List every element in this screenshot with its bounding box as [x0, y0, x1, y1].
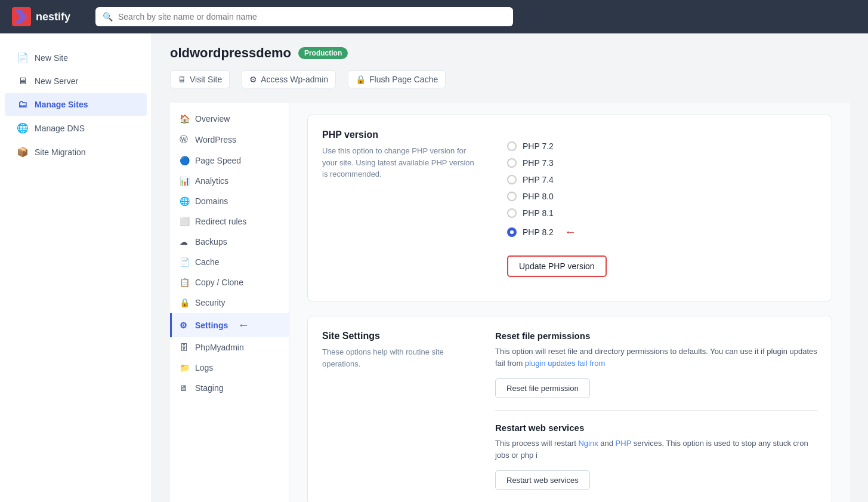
- sub-sidebar-logs[interactable]: 📁 Logs: [170, 358, 289, 378]
- visit-site-label: Visit Site: [190, 75, 222, 84]
- settings-icon: ⚙: [180, 321, 190, 330]
- action-bar: 🖥 Visit Site ⚙ Access Wp-admin 🔒 Flush P…: [170, 70, 850, 88]
- redirect-rules-label: Redirect rules: [195, 217, 246, 226]
- page-speed-label: Page Speed: [195, 156, 241, 165]
- site-settings-options-col: Reset file permissions This option will …: [495, 331, 817, 490]
- logs-label: Logs: [195, 363, 213, 372]
- logo[interactable]: nestify: [12, 7, 84, 26]
- redirect-rules-icon: ⬜: [180, 217, 190, 226]
- php-version-card: PHP version Use this option to change PH…: [307, 115, 832, 301]
- sidebar: 📄 New Site 🖥 New Server 🗂 Manage Sites 🌐…: [0, 33, 152, 502]
- restart-web-services-button[interactable]: Restart web services: [495, 470, 590, 490]
- reset-permissions-title: Reset file permissions: [495, 331, 817, 341]
- logs-icon: 📁: [180, 363, 190, 372]
- php-description-col: PHP version Use this option to change PH…: [322, 130, 477, 287]
- staging-icon: 🖥: [180, 383, 190, 393]
- php-73-radio[interactable]: [507, 158, 517, 168]
- php-72-radio[interactable]: [507, 141, 517, 151]
- wordpress-label: WordPress: [195, 135, 236, 144]
- sub-sidebar-wordpress[interactable]: Ⓦ WordPress: [170, 129, 289, 150]
- page-speed-icon: 🔵: [180, 156, 190, 165]
- sidebar-label-new-site: New Site: [35, 53, 68, 63]
- php-81-label: PHP 8.1: [523, 208, 554, 218]
- restart-web-services-desc: This process will restart Nginx and PHP …: [495, 438, 817, 461]
- reset-permissions-desc: This option will reset file and director…: [495, 346, 817, 369]
- sub-sidebar-cache[interactable]: 📄 Cache: [170, 252, 289, 272]
- cache-icon: 📄: [180, 257, 190, 267]
- security-icon: 🔒: [180, 298, 190, 307]
- php-81-radio[interactable]: [507, 208, 517, 218]
- site-migration-icon: 📦: [17, 146, 29, 158]
- search-input[interactable]: [95, 7, 513, 26]
- sub-layout: 🏠 Overview Ⓦ WordPress 🔵 Page Speed 📊 An…: [170, 103, 850, 502]
- settings-arrow: ←: [237, 318, 249, 332]
- site-settings-description-col: Site Settings These options help with ro…: [322, 331, 477, 490]
- php-card-desc: Use this option to change PHP version fo…: [322, 145, 477, 180]
- sub-sidebar-overview[interactable]: 🏠 Overview: [170, 109, 289, 129]
- topnav: nestify 🔍: [0, 0, 868, 33]
- php-80-radio[interactable]: [507, 192, 517, 201]
- reset-permissions-link[interactable]: plugin updates fail from: [525, 359, 605, 368]
- php-72-option[interactable]: PHP 7.2: [507, 141, 805, 151]
- backups-icon: ☁: [180, 237, 190, 247]
- sub-sidebar-security[interactable]: 🔒 Security: [170, 292, 289, 313]
- sidebar-item-manage-dns[interactable]: 🌐 Manage DNS: [5, 116, 147, 140]
- php-80-option[interactable]: PHP 8.0: [507, 192, 805, 201]
- flush-cache-button[interactable]: 🔒 Flush Page Cache: [348, 70, 446, 88]
- php-card-title: PHP version: [322, 130, 477, 140]
- domains-icon: 🌐: [180, 196, 190, 206]
- section-divider: [495, 410, 817, 411]
- copy-clone-label: Copy / Clone: [195, 278, 243, 287]
- restart-web-services-section: Restart web services This process will r…: [495, 423, 817, 490]
- php-81-option[interactable]: PHP 8.1: [507, 208, 805, 218]
- php-82-label: PHP 8.2: [523, 227, 554, 237]
- sub-sidebar-page-speed[interactable]: 🔵 Page Speed: [170, 150, 289, 171]
- manage-dns-icon: 🌐: [17, 122, 29, 134]
- sub-sidebar-staging[interactable]: 🖥 Staging: [170, 378, 289, 398]
- sub-sidebar-settings[interactable]: ⚙ Settings ←: [170, 313, 289, 337]
- site-settings-card: Site Settings These options help with ro…: [307, 316, 832, 502]
- nginx-link[interactable]: Nginx: [578, 439, 598, 448]
- search-bar: 🔍: [95, 7, 513, 26]
- search-icon: 🔍: [103, 12, 113, 21]
- sub-sidebar-backups[interactable]: ☁ Backups: [170, 232, 289, 252]
- php-82-option[interactable]: PHP 8.2 ←: [507, 225, 805, 239]
- layout: 📄 New Site 🖥 New Server 🗂 Manage Sites 🌐…: [0, 33, 868, 502]
- manage-sites-icon: 🗂: [17, 99, 29, 110]
- update-php-button[interactable]: Update PHP version: [507, 255, 607, 277]
- phpmyadmin-icon: 🗄: [180, 343, 190, 352]
- cache-label: Cache: [195, 257, 219, 267]
- flush-cache-icon: 🔒: [356, 75, 366, 84]
- sub-sidebar-phpmyadmin[interactable]: 🗄 PhpMyadmin: [170, 337, 289, 358]
- php-link[interactable]: PHP: [616, 439, 632, 448]
- php-73-label: PHP 7.3: [523, 158, 554, 168]
- overview-icon: 🏠: [180, 114, 190, 124]
- php-74-radio[interactable]: [507, 175, 517, 184]
- page-title: oldwordpressdemo: [170, 45, 291, 61]
- site-settings-title: Site Settings: [322, 331, 477, 341]
- sub-sidebar-domains[interactable]: 🌐 Domains: [170, 191, 289, 211]
- reset-file-permission-button[interactable]: Reset file permission: [495, 378, 590, 398]
- wordpress-icon: Ⓦ: [180, 134, 190, 145]
- sub-sidebar: 🏠 Overview Ⓦ WordPress 🔵 Page Speed 📊 An…: [170, 103, 289, 502]
- sub-sidebar-redirect-rules[interactable]: ⬜ Redirect rules: [170, 211, 289, 232]
- backups-label: Backups: [195, 237, 227, 247]
- sidebar-item-manage-sites[interactable]: 🗂 Manage Sites: [5, 93, 147, 116]
- php-73-option[interactable]: PHP 7.3: [507, 158, 805, 168]
- php-two-col: PHP version Use this option to change PH…: [322, 130, 817, 287]
- php-74-option[interactable]: PHP 7.4: [507, 175, 805, 184]
- domains-label: Domains: [195, 196, 228, 206]
- sidebar-item-new-site[interactable]: 📄 New Site: [5, 46, 147, 69]
- php-options-col: PHP 7.2 PHP 7.3 PHP 7.4: [495, 130, 817, 287]
- staging-label: Staging: [195, 383, 223, 393]
- php-80-label: PHP 8.0: [523, 192, 554, 201]
- visit-site-button[interactable]: 🖥 Visit Site: [170, 70, 230, 88]
- sub-sidebar-copy-clone[interactable]: 📋 Copy / Clone: [170, 272, 289, 292]
- sidebar-label-new-server: New Server: [35, 76, 78, 86]
- sub-sidebar-analytics[interactable]: 📊 Analytics: [170, 171, 289, 191]
- wp-admin-icon: ⚙: [249, 75, 257, 84]
- sidebar-item-site-migration[interactable]: 📦 Site Migration: [5, 140, 147, 164]
- access-wp-admin-button[interactable]: ⚙ Access Wp-admin: [242, 70, 336, 88]
- php-82-radio[interactable]: [507, 227, 517, 237]
- sidebar-item-new-server[interactable]: 🖥 New Server: [5, 70, 147, 93]
